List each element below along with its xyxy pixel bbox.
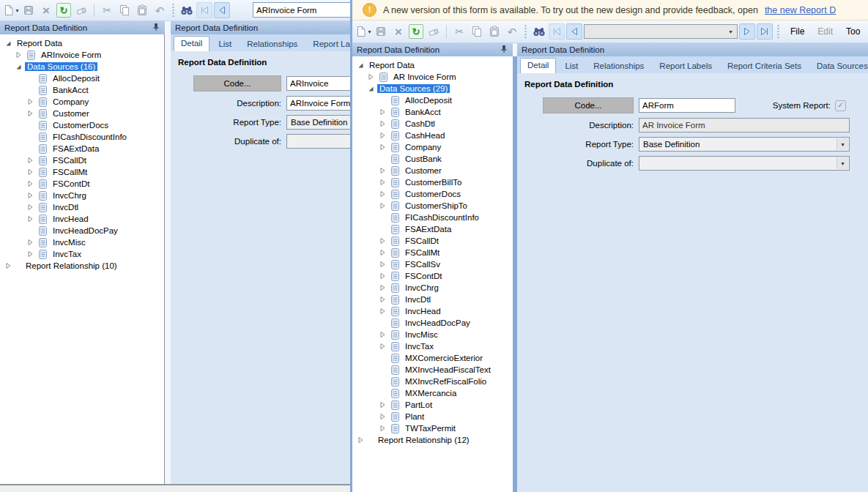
nav-first-button[interactable] [196, 2, 212, 18]
tree-item[interactable]: Customer [0, 108, 164, 119]
tree-item[interactable]: InvcHead [0, 213, 164, 225]
tree-item[interactable]: CustomerDocs [0, 119, 164, 131]
expand-icon[interactable] [357, 436, 367, 444]
copy-button[interactable] [116, 2, 133, 18]
tree-item[interactable]: CashDtl [352, 118, 513, 130]
paste-button[interactable] [134, 2, 150, 18]
expand-icon[interactable] [26, 204, 37, 211]
expand-icon[interactable] [4, 262, 15, 269]
tree-item[interactable]: FSCallMt [0, 166, 164, 178]
tree-item[interactable]: FSContDt [352, 270, 513, 282]
new-report-designer-link[interactable]: the new Report D [765, 5, 836, 15]
code-input[interactable] [286, 76, 350, 91]
tree-item[interactable]: InvcChrg [352, 282, 513, 294]
tree-item[interactable]: InvcHeadDocPay [352, 317, 513, 329]
tree-item[interactable]: FSContDt [0, 178, 164, 190]
tree-item[interactable]: AllocDeposit [352, 94, 513, 106]
duplicate-of-dropdown[interactable]: ▾ [286, 134, 350, 149]
tree-node-data-sources[interactable]: Data Sources (16) [0, 61, 164, 72]
tree-item[interactable]: InvcDtl [0, 201, 164, 213]
collapse-icon[interactable] [15, 63, 25, 70]
expand-icon[interactable] [379, 167, 389, 174]
tab[interactable]: Relationships [240, 37, 304, 51]
expand-icon[interactable] [379, 296, 389, 303]
tree-node-form[interactable]: AR Invoice Form [352, 71, 513, 83]
nav-last-button[interactable] [757, 23, 773, 40]
clear-button[interactable] [426, 23, 442, 40]
tree-item[interactable]: InvcTax [352, 340, 513, 352]
tab[interactable]: List [212, 37, 238, 51]
tab[interactable]: Report Labels [653, 59, 719, 73]
system-report-checkbox[interactable]: ✓ [835, 100, 846, 111]
tree-item[interactable]: InvcMisc [352, 329, 513, 340]
delete-button[interactable]: × [38, 2, 54, 18]
expand-icon[interactable] [26, 215, 37, 223]
new-button[interactable]: ▾ [3, 2, 19, 18]
expand-icon[interactable] [379, 308, 389, 315]
expand-icon[interactable] [379, 249, 389, 256]
tree-item[interactable]: FICashDiscountInfo [352, 212, 513, 223]
expand-icon[interactable] [367, 73, 377, 81]
expand-icon[interactable] [26, 250, 37, 258]
tree-node-report-data[interactable]: Report Data [0, 37, 164, 49]
expand-icon[interactable] [379, 425, 389, 432]
cut-button[interactable]: ✂ [451, 23, 467, 40]
report-type-dropdown[interactable]: Base Definition ▾ [286, 115, 350, 130]
tree-item[interactable]: FSCallSv [352, 258, 513, 270]
tree-item[interactable]: InvcDtl [352, 294, 513, 305]
paste-button[interactable] [486, 23, 502, 40]
tree-item[interactable]: Plant [352, 411, 513, 422]
tab[interactable]: Relationships [587, 59, 650, 73]
tree-item[interactable]: InvcTax [0, 248, 164, 260]
tab[interactable]: Detail [174, 36, 209, 51]
code-button[interactable]: Code... [543, 97, 634, 113]
expand-icon[interactable] [379, 237, 389, 245]
expand-icon[interactable] [379, 120, 389, 127]
tree-item[interactable]: Company [0, 96, 164, 108]
save-button[interactable] [21, 2, 37, 18]
tree-item[interactable]: MXInvcHeadFiscalText [352, 364, 513, 376]
caption-splitter[interactable] [165, 21, 171, 34]
collapse-icon[interactable] [367, 85, 377, 92]
code-input[interactable] [639, 98, 735, 113]
save-button[interactable] [373, 23, 389, 40]
expand-icon[interactable] [379, 261, 389, 268]
tree-item[interactable]: InvcMisc [0, 236, 164, 248]
expand-icon[interactable] [379, 272, 389, 280]
tree-item[interactable]: FSCallMt [352, 247, 513, 258]
tree-item[interactable]: InvcHead [352, 305, 513, 317]
new-button[interactable]: ▾ [355, 23, 371, 40]
expand-icon[interactable] [379, 144, 389, 151]
tree-node-form[interactable]: ARInvoice Form [0, 49, 164, 61]
tab[interactable]: Data Sources [810, 59, 868, 73]
expand-icon[interactable] [26, 168, 37, 176]
expand-icon[interactable] [26, 180, 37, 187]
expand-icon[interactable] [379, 108, 389, 116]
tree-item[interactable]: CustomerBillTo [352, 176, 513, 188]
collapse-icon[interactable] [4, 40, 15, 47]
expand-icon[interactable] [379, 413, 389, 420]
tree-node-report-relationship[interactable]: Report Relationship (10) [0, 260, 164, 272]
code-button[interactable]: Code... [193, 75, 281, 92]
duplicate-of-dropdown[interactable]: ▾ [639, 156, 850, 171]
tree-item[interactable]: BankAcct [0, 84, 164, 96]
tree-item[interactable]: FSCallDt [0, 154, 164, 166]
tree-item[interactable]: FSAExtData [0, 143, 164, 154]
tree-item[interactable]: MXComercioExterior [352, 352, 513, 364]
tree-item[interactable]: TWTaxPermit [352, 422, 513, 434]
expand-icon[interactable] [379, 331, 389, 338]
tree-item[interactable]: Company [352, 141, 513, 153]
tree-item[interactable]: PartLot [352, 399, 513, 411]
menu-item[interactable]: File [784, 26, 811, 37]
tree-item[interactable]: BankAcct [352, 106, 513, 118]
expand-icon[interactable] [26, 239, 37, 246]
tab[interactable]: List [558, 59, 585, 73]
collapse-icon[interactable] [357, 61, 367, 69]
tree-item[interactable]: InvcHeadDocPay [0, 225, 164, 236]
tree-item[interactable]: CustBank [352, 153, 513, 165]
expand-icon[interactable] [379, 284, 389, 291]
tab[interactable]: Detail [520, 58, 556, 73]
report-type-dropdown[interactable]: Base Definition ▾ [639, 137, 850, 152]
panel-splitter[interactable] [165, 34, 171, 485]
expand-icon[interactable] [379, 179, 389, 186]
